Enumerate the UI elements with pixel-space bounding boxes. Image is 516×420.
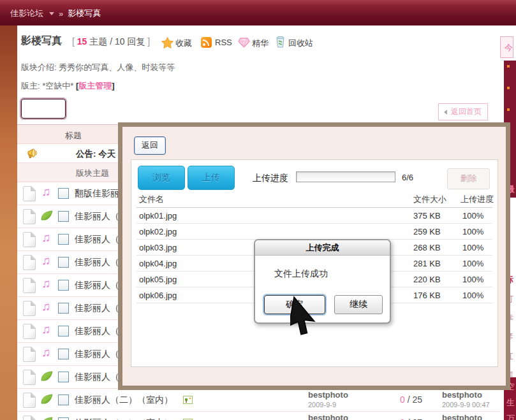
topic-checkbox[interactable] bbox=[58, 257, 69, 268]
file-row[interactable]: olpk02.jpg259 KB100% bbox=[136, 224, 492, 240]
file-size: 176 KB bbox=[413, 291, 441, 300]
topic-checkbox[interactable] bbox=[58, 372, 69, 382]
file-page-icon bbox=[23, 255, 36, 270]
last-author[interactable]: bestphoto bbox=[442, 391, 490, 400]
megaphone-icon bbox=[26, 147, 41, 160]
rss-link[interactable]: RSS bbox=[215, 38, 232, 47]
delete-button[interactable]: 删除 bbox=[447, 168, 490, 189]
leaf-icon bbox=[40, 371, 53, 384]
file-progress: 100% bbox=[462, 291, 483, 300]
recycle-link[interactable]: 回收站 bbox=[288, 38, 313, 49]
view-count: / 37 bbox=[405, 417, 422, 420]
progress-label: 上传进度 bbox=[253, 173, 288, 184]
announcement-text[interactable]: 公告: 今天 bbox=[76, 148, 115, 160]
topic-checkbox[interactable] bbox=[58, 280, 69, 291]
file-progress: 100% bbox=[462, 243, 483, 252]
sidebar-link-char[interactable]: 生 bbox=[506, 397, 515, 409]
topic-checkbox[interactable] bbox=[58, 234, 69, 245]
sidebar-pink-box: 今 bbox=[500, 36, 513, 58]
sidebar-link-char[interactable]: 万 bbox=[506, 413, 515, 420]
file-size: 220 KB bbox=[413, 275, 441, 284]
digest-link[interactable]: 精华 bbox=[252, 38, 269, 49]
new-post-button[interactable]: 发 帖 bbox=[21, 99, 66, 119]
file-page-icon bbox=[23, 186, 36, 201]
topic-checkbox[interactable] bbox=[58, 349, 69, 359]
continue-button[interactable]: 继续 bbox=[334, 295, 383, 314]
alert-message: 文件上传成功 bbox=[274, 268, 328, 280]
upload-dialog: 返回 浏览 上传 上传进度 6/6 删除 文件名 文件大小 上传进度 olpk0… bbox=[118, 122, 510, 390]
breadcrumb-current[interactable]: 影楼写真 bbox=[68, 8, 101, 19]
file-page-icon bbox=[23, 232, 36, 247]
file-name: olpk02.jpg bbox=[139, 227, 177, 236]
file-name: olpk05.jpg bbox=[139, 275, 177, 284]
music-note-icon: ♫ bbox=[41, 277, 50, 291]
author-name[interactable]: bestphoto bbox=[308, 391, 348, 400]
arrow-left-icon bbox=[444, 110, 447, 115]
topic-checkbox[interactable] bbox=[58, 395, 69, 405]
music-note-icon: ♫ bbox=[41, 322, 50, 337]
filename-column-header: 文件名 bbox=[139, 194, 164, 205]
file-page-icon bbox=[23, 347, 36, 362]
file-page-icon bbox=[23, 324, 36, 339]
file-page-icon bbox=[23, 393, 36, 408]
topic-checkbox[interactable] bbox=[58, 417, 69, 420]
section-label: 版块主题 bbox=[76, 168, 109, 179]
last-author[interactable]: bestphoto bbox=[442, 414, 490, 420]
leaf-icon bbox=[40, 417, 53, 420]
back-home-label: 返回首页 bbox=[451, 106, 482, 117]
last-post[interactable]: bestphoto2009-9-9 00:47 bbox=[442, 391, 490, 409]
star-favorite-icon[interactable] bbox=[161, 37, 173, 48]
topic-checkbox[interactable] bbox=[58, 211, 69, 222]
topic-row: 佳影丽人（二）（室内）bestphoto2009-9-90 / 25bestph… bbox=[17, 389, 499, 412]
moderator-manage-link[interactable]: 版主管理 bbox=[78, 81, 112, 91]
topic-author[interactable]: bestphoto2009-9-9 bbox=[308, 414, 348, 420]
file-progress: 100% bbox=[462, 259, 483, 268]
reply-count: 0 bbox=[400, 395, 405, 405]
music-note-icon: ♫ bbox=[41, 345, 50, 359]
moderator-line: 版主: *空缺中* [版主管理] bbox=[21, 80, 115, 92]
recycle-bin-icon[interactable] bbox=[276, 36, 285, 48]
topic-count: 15 bbox=[77, 36, 87, 47]
rss-icon[interactable] bbox=[201, 37, 212, 48]
file-progress: 100% bbox=[462, 227, 483, 236]
back-home-link[interactable]: 返回首页 bbox=[438, 103, 488, 120]
board-intro: 版块介绍: 秀秀你的写真、人像、时装等等 bbox=[21, 62, 175, 73]
music-note-icon: ♫ bbox=[41, 185, 50, 199]
chevron-down-icon[interactable] bbox=[49, 12, 54, 15]
reply-count: 0 bbox=[400, 417, 405, 420]
file-name: olpk06.jpg bbox=[139, 291, 177, 300]
file-name: olpk03.jpg bbox=[139, 243, 177, 252]
file-page-icon bbox=[23, 370, 36, 385]
topic-row: 佳影丽人（一）（室内）bestphoto2009-9-90 / 37bestph… bbox=[17, 412, 499, 420]
topic-checkbox[interactable] bbox=[58, 188, 69, 199]
favorite-link[interactable]: 收藏 bbox=[175, 38, 192, 49]
topic-author[interactable]: bestphoto2009-9-9 bbox=[308, 391, 348, 409]
topic-title-link[interactable]: 佳影丽人（一）（室内） bbox=[75, 417, 173, 420]
topic-checkbox[interactable] bbox=[58, 303, 69, 314]
sidebar-bullet-icon bbox=[507, 108, 510, 111]
leaf-icon bbox=[40, 210, 53, 224]
music-note-icon: ♫ bbox=[41, 254, 50, 268]
digest-diamond-icon[interactable] bbox=[238, 38, 250, 48]
breadcrumb: 佳影论坛 » 影楼写真 bbox=[10, 8, 101, 19]
moderator-text: 版主: *空缺中* bbox=[21, 81, 76, 91]
author-name[interactable]: bestphoto bbox=[308, 414, 348, 420]
filesize-column-header: 文件大小 bbox=[413, 194, 446, 205]
file-row[interactable]: olpk01.jpg375 KB100% bbox=[136, 208, 492, 224]
leaf-icon bbox=[40, 394, 53, 407]
forum-home-link[interactable]: 佳影论坛 bbox=[10, 8, 43, 19]
last-time: 2009-9-9 00:47 bbox=[442, 400, 490, 409]
mouse-cursor bbox=[290, 296, 328, 340]
file-page-icon bbox=[23, 301, 36, 316]
sidebar-bullet-icon bbox=[507, 87, 510, 89]
browse-button[interactable]: 浏览 bbox=[138, 166, 185, 190]
file-size: 268 KB bbox=[413, 243, 441, 252]
topic-title-link[interactable]: 佳影丽人（二）（室内） bbox=[75, 395, 173, 406]
back-button[interactable]: 返回 bbox=[134, 136, 166, 155]
upload-button[interactable]: 上传 bbox=[188, 166, 235, 190]
topic-stats: 0 / 25 bbox=[400, 395, 422, 405]
last-post[interactable]: bestphoto2009-9-9 00:35 bbox=[442, 414, 490, 420]
stats-bracket: [ bbox=[72, 36, 77, 47]
title-column-header: 标题 bbox=[65, 130, 82, 141]
topic-checkbox[interactable] bbox=[58, 326, 69, 337]
